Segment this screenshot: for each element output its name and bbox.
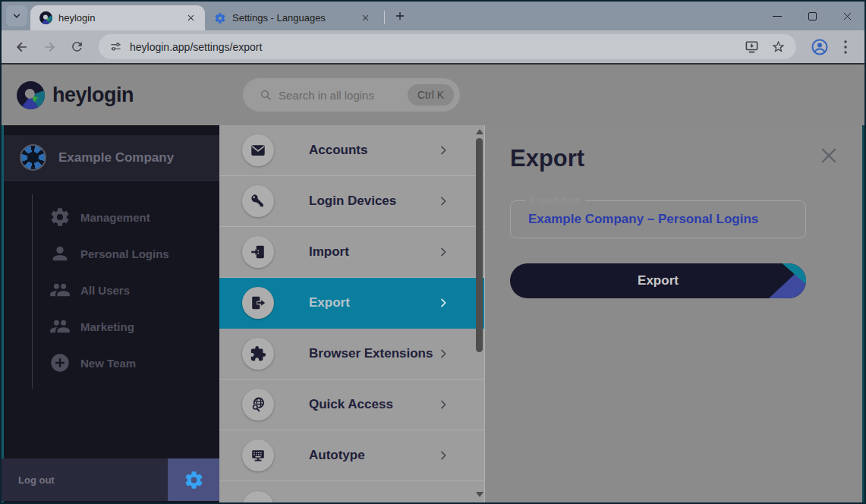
file-export-icon xyxy=(242,287,274,319)
puzzle-icon xyxy=(242,338,274,370)
scroll-up-arrow[interactable] xyxy=(476,129,483,134)
tab-close-icon[interactable] xyxy=(184,11,197,25)
scroll-down-arrow[interactable] xyxy=(476,492,483,497)
sidebar-item-new-team[interactable]: New Team xyxy=(33,345,219,381)
chevron-down-icon xyxy=(11,11,22,21)
settings-menu: Accounts Login Devices xyxy=(219,125,485,502)
globe-search-icon xyxy=(242,389,274,421)
export-from-value[interactable]: Example Company – Personal Logins xyxy=(528,212,758,227)
heylogin-favicon xyxy=(39,11,52,24)
export-button-label: Export xyxy=(638,273,679,288)
logout-label: Log out xyxy=(18,474,55,486)
close-icon xyxy=(819,146,839,165)
plus-icon xyxy=(395,11,405,21)
settings-gear-favicon xyxy=(214,12,226,24)
app-header: heylogin Search in all logins Ctrl K xyxy=(2,65,864,125)
menu-item-label: Accounts xyxy=(309,143,437,158)
menu-item-label: Browser Extensions xyxy=(309,346,437,361)
tab-search-button[interactable] xyxy=(6,5,27,27)
search-input[interactable]: Search in all logins Ctrl K xyxy=(243,78,460,112)
sidebar-item-marketing[interactable]: Marketing xyxy=(33,308,219,345)
window-edge-accent xyxy=(2,125,4,502)
menu-item-partial[interactable] xyxy=(219,481,484,501)
export-from-select[interactable]: Export from Example Company – Personal L… xyxy=(510,200,806,238)
brand-name: heylogin xyxy=(52,83,134,107)
sidebar-item-management[interactable]: Management xyxy=(33,199,219,235)
new-tab-button[interactable] xyxy=(389,5,411,27)
tab-heylogin[interactable]: heylogin xyxy=(30,5,205,30)
people-icon xyxy=(49,279,71,301)
brand: heylogin xyxy=(17,81,134,109)
minimize-icon xyxy=(773,16,782,17)
menu-item-export[interactable]: Export xyxy=(219,278,484,329)
menu-item-label: Import xyxy=(309,244,437,260)
close-icon xyxy=(842,11,852,21)
menu-scrollbar[interactable] xyxy=(475,125,483,502)
tab-separator xyxy=(384,11,385,24)
tab-title: Settings - Languages xyxy=(232,12,352,24)
company-name: Example Company xyxy=(58,150,174,165)
browser-toolbar: heylogin.app/settings/export xyxy=(2,30,864,65)
scrollbar-thumb[interactable] xyxy=(476,138,483,352)
menu-item-accounts[interactable]: Accounts xyxy=(219,125,484,176)
chevron-right-icon xyxy=(437,297,449,309)
chevron-right-icon xyxy=(437,398,449,411)
menu-item-label: Autotype xyxy=(309,448,437,463)
sidebar-company-header[interactable]: Example Company xyxy=(2,135,219,181)
key-icon xyxy=(242,185,274,217)
menu-item-autotype[interactable]: Autotype xyxy=(219,430,484,481)
window-controls xyxy=(760,2,864,30)
button-decor-teal xyxy=(753,263,806,298)
file-import-icon xyxy=(242,236,274,268)
people-icon xyxy=(49,316,71,337)
export-panel: Export Export from Example Company – Per… xyxy=(485,125,864,502)
tab-settings-languages[interactable]: Settings - Languages xyxy=(205,5,379,30)
chevron-right-icon xyxy=(437,246,449,258)
address-bar[interactable]: heylogin.app/settings/export xyxy=(99,34,796,59)
menu-item-label: Login Devices xyxy=(309,194,437,209)
sidebar-item-label: Marketing xyxy=(80,320,134,333)
menu-item-import[interactable]: Import xyxy=(219,227,484,278)
button-decor-indigo xyxy=(753,263,806,298)
heylogin-logo xyxy=(17,81,45,109)
app-body: Example Company Management Personal Logi… xyxy=(2,125,864,502)
browser-titlebar: heylogin Settings - Languages xyxy=(2,2,864,30)
export-button[interactable]: Export xyxy=(510,263,806,298)
plus-circle-icon xyxy=(49,352,71,373)
chevron-right-icon xyxy=(437,144,449,156)
close-button[interactable] xyxy=(830,2,864,30)
partial-icon xyxy=(242,491,274,502)
forward-button[interactable] xyxy=(38,36,61,58)
profile-avatar-icon xyxy=(811,38,829,56)
sidebar-item-all-users[interactable]: All Users xyxy=(33,272,219,308)
site-info-tune-icon[interactable] xyxy=(109,40,122,53)
browser-menu-button[interactable] xyxy=(836,36,855,58)
mail-icon xyxy=(242,134,274,166)
tab-close-icon[interactable] xyxy=(358,11,372,25)
back-arrow-icon xyxy=(14,39,30,55)
tab-title: heylogin xyxy=(58,12,178,24)
menu-item-browser-extensions[interactable]: Browser Extensions xyxy=(219,329,484,380)
bookmark-star-icon[interactable] xyxy=(771,39,786,54)
url-text[interactable]: heylogin.app/settings/export xyxy=(130,41,262,53)
menu-item-quick-access[interactable]: Quick Access xyxy=(219,380,484,430)
heylogin-app: heylogin Search in all logins Ctrl K Exa… xyxy=(2,65,864,502)
install-app-icon[interactable] xyxy=(745,39,759,54)
person-icon xyxy=(49,243,71,264)
maximize-button[interactable] xyxy=(795,2,830,30)
search-placeholder: Search in all logins xyxy=(279,89,401,102)
settings-button[interactable] xyxy=(168,458,219,501)
panel-close-button[interactable] xyxy=(818,145,839,166)
sidebar-item-label: All Users xyxy=(80,284,130,297)
logout-button[interactable]: Log out xyxy=(2,458,168,501)
chevron-right-icon xyxy=(437,449,449,461)
sidebar-item-personal-logins[interactable]: Personal Logins xyxy=(33,235,219,272)
reload-button[interactable] xyxy=(65,36,88,58)
menu-item-login-devices[interactable]: Login Devices xyxy=(219,176,484,227)
back-button[interactable] xyxy=(11,36,33,58)
browser-window: heylogin Settings - Languages xyxy=(0,0,866,504)
profile-button[interactable] xyxy=(808,36,831,58)
minimize-button[interactable] xyxy=(760,2,795,30)
export-from-label: Export from xyxy=(525,194,585,206)
company-avatar xyxy=(20,144,46,171)
